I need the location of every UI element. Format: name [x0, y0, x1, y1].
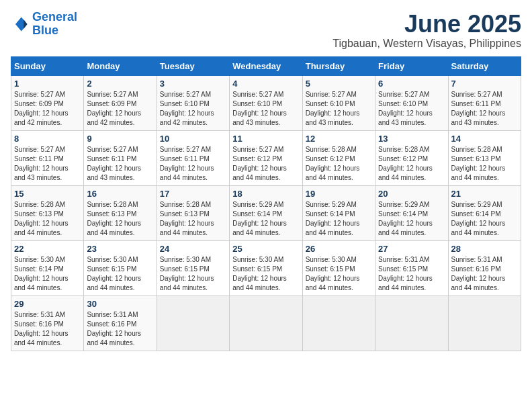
day-cell-23: 23 Sunrise: 5:30 AM Sunset: 6:15 PM Dayl… [84, 240, 157, 295]
calendar-header: Sunday Monday Tuesday Wednesday Thursday… [11, 56, 521, 75]
day-info: Sunrise: 5:31 AM Sunset: 6:16 PM Dayligh… [14, 310, 81, 348]
empty-cell [157, 295, 229, 351]
calendar-row: 22 Sunrise: 5:30 AM Sunset: 6:14 PM Dayl… [11, 240, 521, 295]
day-number: 5 [306, 79, 372, 89]
day-info: Sunrise: 5:30 AM Sunset: 6:15 PM Dayligh… [306, 255, 372, 293]
day-info: Sunrise: 5:27 AM Sunset: 6:11 PM Dayligh… [14, 145, 81, 183]
calendar-row: 15 Sunrise: 5:28 AM Sunset: 6:13 PM Dayl… [11, 185, 521, 240]
day-number: 6 [378, 79, 445, 89]
day-number: 24 [160, 244, 226, 254]
day-number: 21 [451, 189, 518, 199]
day-number: 10 [160, 134, 226, 144]
title-block: June 2025 Tigbauan, Western Visayas, Phi… [332, 11, 521, 50]
day-cell-6: 6 Sunrise: 5:27 AM Sunset: 6:10 PM Dayli… [375, 75, 448, 130]
day-cell-24: 24 Sunrise: 5:30 AM Sunset: 6:15 PM Dayl… [157, 240, 229, 295]
logo: General Blue [11, 11, 77, 38]
empty-cell [375, 295, 448, 351]
day-cell-2: 2 Sunrise: 5:27 AM Sunset: 6:09 PM Dayli… [84, 75, 157, 130]
calendar-row: 1 Sunrise: 5:27 AM Sunset: 6:09 PM Dayli… [11, 75, 521, 130]
day-cell-26: 26 Sunrise: 5:30 AM Sunset: 6:15 PM Dayl… [302, 240, 375, 295]
day-info: Sunrise: 5:27 AM Sunset: 6:10 PM Dayligh… [378, 90, 445, 128]
day-number: 23 [87, 244, 153, 254]
col-sunday: Sunday [11, 56, 84, 75]
day-number: 11 [232, 134, 299, 144]
day-info: Sunrise: 5:31 AM Sunset: 6:16 PM Dayligh… [87, 310, 153, 348]
day-number: 18 [232, 189, 299, 199]
day-number: 2 [87, 79, 153, 89]
day-number: 20 [378, 189, 445, 199]
day-cell-4: 4 Sunrise: 5:27 AM Sunset: 6:10 PM Dayli… [230, 75, 302, 130]
logo-text: General Blue [32, 11, 77, 38]
day-info: Sunrise: 5:27 AM Sunset: 6:11 PM Dayligh… [160, 145, 226, 183]
day-info: Sunrise: 5:30 AM Sunset: 6:15 PM Dayligh… [87, 255, 153, 293]
day-cell-3: 3 Sunrise: 5:27 AM Sunset: 6:10 PM Dayli… [157, 75, 229, 130]
day-info: Sunrise: 5:27 AM Sunset: 6:09 PM Dayligh… [14, 90, 81, 128]
empty-cell [302, 295, 375, 351]
day-info: Sunrise: 5:28 AM Sunset: 6:12 PM Dayligh… [306, 145, 372, 183]
day-number: 15 [14, 189, 81, 199]
day-cell-30: 30 Sunrise: 5:31 AM Sunset: 6:16 PM Dayl… [84, 295, 157, 351]
day-cell-11: 11 Sunrise: 5:27 AM Sunset: 6:12 PM Dayl… [230, 130, 302, 185]
day-info: Sunrise: 5:29 AM Sunset: 6:14 PM Dayligh… [232, 200, 299, 238]
day-cell-17: 17 Sunrise: 5:28 AM Sunset: 6:13 PM Dayl… [157, 185, 229, 240]
day-cell-21: 21 Sunrise: 5:29 AM Sunset: 6:14 PM Dayl… [448, 185, 521, 240]
day-number: 1 [14, 79, 81, 89]
day-cell-5: 5 Sunrise: 5:27 AM Sunset: 6:10 PM Dayli… [302, 75, 375, 130]
day-number: 8 [14, 134, 81, 144]
day-info: Sunrise: 5:27 AM Sunset: 6:10 PM Dayligh… [160, 90, 226, 128]
day-info: Sunrise: 5:30 AM Sunset: 6:14 PM Dayligh… [14, 255, 81, 293]
day-cell-1: 1 Sunrise: 5:27 AM Sunset: 6:09 PM Dayli… [11, 75, 84, 130]
day-cell-8: 8 Sunrise: 5:27 AM Sunset: 6:11 PM Dayli… [11, 130, 84, 185]
day-info: Sunrise: 5:27 AM Sunset: 6:10 PM Dayligh… [232, 90, 299, 128]
day-info: Sunrise: 5:29 AM Sunset: 6:14 PM Dayligh… [451, 200, 518, 238]
day-info: Sunrise: 5:31 AM Sunset: 6:15 PM Dayligh… [378, 255, 445, 293]
day-info: Sunrise: 5:28 AM Sunset: 6:12 PM Dayligh… [378, 145, 445, 183]
day-cell-22: 22 Sunrise: 5:30 AM Sunset: 6:14 PM Dayl… [11, 240, 84, 295]
day-number: 13 [378, 134, 445, 144]
day-info: Sunrise: 5:31 AM Sunset: 6:16 PM Dayligh… [451, 255, 518, 293]
page-header: General Blue June 2025 Tigbauan, Western… [11, 11, 521, 50]
day-info: Sunrise: 5:27 AM Sunset: 6:09 PM Dayligh… [87, 90, 153, 128]
day-number: 28 [451, 244, 518, 254]
day-info: Sunrise: 5:28 AM Sunset: 6:13 PM Dayligh… [87, 200, 153, 238]
day-info: Sunrise: 5:28 AM Sunset: 6:13 PM Dayligh… [160, 200, 226, 238]
day-number: 26 [306, 244, 372, 254]
day-cell-18: 18 Sunrise: 5:29 AM Sunset: 6:14 PM Dayl… [230, 185, 302, 240]
day-number: 7 [451, 79, 518, 89]
day-number: 3 [160, 79, 226, 89]
day-cell-25: 25 Sunrise: 5:30 AM Sunset: 6:15 PM Dayl… [230, 240, 302, 295]
day-number: 27 [378, 244, 445, 254]
header-row: Sunday Monday Tuesday Wednesday Thursday… [11, 56, 521, 75]
col-friday: Friday [375, 56, 448, 75]
day-number: 22 [14, 244, 81, 254]
day-cell-15: 15 Sunrise: 5:28 AM Sunset: 6:13 PM Dayl… [11, 185, 84, 240]
day-number: 19 [306, 189, 372, 199]
calendar-row: 29 Sunrise: 5:31 AM Sunset: 6:16 PM Dayl… [11, 295, 521, 351]
day-info: Sunrise: 5:30 AM Sunset: 6:15 PM Dayligh… [232, 255, 299, 293]
calendar-body: 1 Sunrise: 5:27 AM Sunset: 6:09 PM Dayli… [11, 75, 521, 351]
day-number: 4 [232, 79, 299, 89]
col-thursday: Thursday [302, 56, 375, 75]
logo-blue: Blue [32, 24, 58, 37]
location-title: Tigbauan, Western Visayas, Philippines [332, 38, 521, 50]
day-info: Sunrise: 5:28 AM Sunset: 6:13 PM Dayligh… [451, 145, 518, 183]
day-info: Sunrise: 5:29 AM Sunset: 6:14 PM Dayligh… [306, 200, 372, 238]
col-saturday: Saturday [448, 56, 521, 75]
day-cell-28: 28 Sunrise: 5:31 AM Sunset: 6:16 PM Dayl… [448, 240, 521, 295]
calendar-row: 8 Sunrise: 5:27 AM Sunset: 6:11 PM Dayli… [11, 130, 521, 185]
empty-cell [448, 295, 521, 351]
day-info: Sunrise: 5:29 AM Sunset: 6:14 PM Dayligh… [378, 200, 445, 238]
col-tuesday: Tuesday [157, 56, 229, 75]
col-monday: Monday [84, 56, 157, 75]
day-cell-29: 29 Sunrise: 5:31 AM Sunset: 6:16 PM Dayl… [11, 295, 84, 351]
empty-cell [230, 295, 302, 351]
day-cell-12: 12 Sunrise: 5:28 AM Sunset: 6:12 PM Dayl… [302, 130, 375, 185]
calendar-table: Sunday Monday Tuesday Wednesday Thursday… [11, 56, 521, 351]
day-info: Sunrise: 5:28 AM Sunset: 6:13 PM Dayligh… [14, 200, 81, 238]
day-cell-7: 7 Sunrise: 5:27 AM Sunset: 6:11 PM Dayli… [448, 75, 521, 130]
day-info: Sunrise: 5:27 AM Sunset: 6:12 PM Dayligh… [232, 145, 299, 183]
day-number: 16 [87, 189, 153, 199]
month-title: June 2025 [332, 11, 521, 38]
logo-icon [11, 15, 30, 34]
logo-general: General [32, 10, 77, 24]
